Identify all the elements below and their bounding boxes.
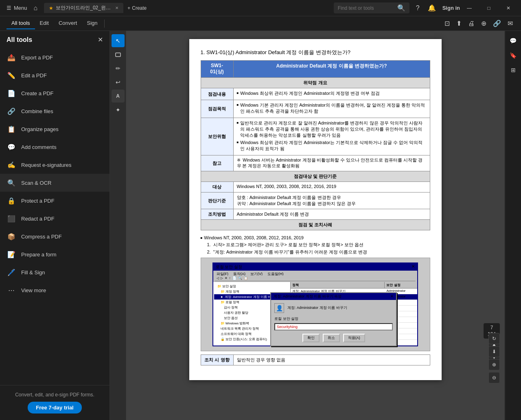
hamburger-icon: ☰ bbox=[7, 5, 11, 11]
menu-button[interactable]: ☰ Menu bbox=[3, 3, 31, 13]
comments-panel-button[interactable]: 💬 bbox=[507, 34, 520, 47]
sidebar-item-label-scan: Scan & OCR bbox=[21, 180, 51, 186]
tree-item-root: 📁 보안 설정 bbox=[214, 284, 290, 289]
close-button[interactable]: ✕ bbox=[499, 0, 518, 16]
sidebar-item-view-more[interactable]: ⋯ View more bbox=[0, 281, 109, 299]
dialog-cancel-button[interactable]: 취소 bbox=[323, 334, 340, 342]
active-tab[interactable]: ★ 보안가이드라인_02_윈도... ✕ bbox=[44, 3, 123, 13]
dialog-field-label: 계정: Administrator 계정 이름 바꾸기 bbox=[287, 305, 347, 311]
table-row-target: 대상 Windows NT, 2000, 2003, 2008, 2012, 2… bbox=[201, 182, 430, 192]
sidebar-item-create-pdf[interactable]: 📄 Create a PDF bbox=[0, 84, 109, 102]
sidebar-header: All tools ✕ bbox=[0, 31, 109, 48]
toolbar-convert[interactable]: Convert bbox=[54, 18, 82, 29]
table-row-check-content: 점검내용 Windows 최상위 관리자 계정인 Administrator의 … bbox=[201, 88, 430, 100]
grid-button[interactable]: ⊞ bbox=[507, 63, 520, 77]
table-row-security-threat: 보안위협 일반적으로 관리자 계정으로 잘 알려진 Administrator를… bbox=[201, 118, 430, 155]
bookmarks-button[interactable]: 🔖 bbox=[507, 49, 520, 62]
table-row-criteria: 판단기준 양호 : Administrator Default 계정 이름을 변… bbox=[201, 192, 430, 209]
download-button[interactable]: ⬇ bbox=[488, 346, 500, 357]
text-tool[interactable]: A bbox=[112, 90, 125, 103]
dialog-buttons: 확인 취소 적용(A) bbox=[274, 334, 393, 342]
toolbar-right: ⊡ ⬆ 🖨 ⊕ 🔗 ✉ bbox=[443, 18, 514, 29]
dialog-title: 계정: Administrator 계정 이름 바꾸기 속성 bbox=[274, 294, 341, 299]
check-content-bullet: Windows 최상위 관리자 계정인 Administrator의 계정명 변… bbox=[237, 90, 427, 96]
toolbar-sign[interactable]: Sign bbox=[82, 18, 102, 29]
window-controls: — □ ✕ bbox=[460, 0, 518, 16]
notification-icon[interactable]: 🔔 bbox=[426, 2, 438, 13]
sidebar-item-label-export: Export a PDF bbox=[21, 55, 53, 61]
zoom-icon[interactable]: ⊕ bbox=[479, 18, 488, 29]
note-value: ※ Windows 서버는 Administrator 계정을 비활성화할 수 … bbox=[233, 155, 430, 171]
sidebar-item-form[interactable]: 📝 Prepare a form bbox=[0, 245, 109, 263]
tab-close-icon[interactable]: ✕ bbox=[115, 6, 118, 10]
checklist-header-row: 점검 및 조치사례 bbox=[201, 220, 430, 230]
stamp-tool[interactable]: ✦ bbox=[112, 103, 125, 116]
pdf-viewer[interactable]: 1. SW1-01(상) Administrator Default 계정 이름… bbox=[126, 31, 504, 420]
rectangle-tool[interactable] bbox=[112, 48, 125, 61]
section3-label: 점검 및 조치사례 bbox=[201, 220, 430, 230]
col-policy: 정책 bbox=[291, 282, 385, 288]
current-page: 7 bbox=[490, 325, 493, 330]
esign-icon: ✍️ bbox=[7, 160, 16, 170]
dialog-input-value: SecurityNing bbox=[274, 323, 393, 330]
trial-button[interactable]: Free 7-day trial bbox=[28, 402, 82, 413]
refresh-button[interactable]: ↻ bbox=[488, 333, 500, 344]
sidebar-item-label-protect: Protect a PDF bbox=[21, 198, 55, 204]
sidebar-item-label-combine: Combine files bbox=[21, 108, 53, 114]
content-table: SW1-01(상) Administrator Default 계정 이름을 변… bbox=[201, 60, 430, 230]
sidebar-item-esign[interactable]: ✍️ Request e-signatures bbox=[0, 156, 109, 174]
zoom-out-button[interactable]: ⊖ bbox=[488, 372, 500, 383]
sidebar-item-compress[interactable]: 📦 Compress a PDF bbox=[0, 228, 109, 245]
maximize-button[interactable]: □ bbox=[479, 0, 498, 16]
print-icon[interactable]: 🖨 bbox=[466, 18, 476, 29]
sidebar-item-edit-pdf[interactable]: ✏️ Edit a PDF bbox=[0, 66, 109, 84]
sidebar: All tools ✕ 📤 Export a PDF ✏️ Edit a PDF… bbox=[0, 31, 110, 420]
select-tool[interactable]: ↖ bbox=[112, 34, 125, 47]
home-button[interactable]: ⌂ bbox=[31, 3, 41, 13]
link-icon[interactable]: 🔗 bbox=[491, 18, 503, 29]
sidebar-item-redact[interactable]: ⬛ Redact a PDF bbox=[0, 210, 109, 228]
sidebar-close-button[interactable]: ✕ bbox=[98, 36, 103, 44]
toolbar-edit[interactable]: Edit bbox=[35, 18, 54, 29]
svg-rect-0 bbox=[116, 53, 120, 57]
new-tab-button[interactable]: + Create bbox=[123, 4, 151, 13]
step-list: 1. 시작> 프로그램> 제어판> 관리 도구> 로컬 보안 정책> 로컬 정책… bbox=[207, 242, 430, 255]
pen-tool[interactable]: ✏ bbox=[112, 62, 125, 75]
dialog-icon: 👤 bbox=[274, 303, 284, 313]
dialog-apply-button[interactable]: 적용(A) bbox=[343, 334, 365, 342]
note-label: 참고 bbox=[201, 155, 233, 171]
screenshot-close: ✕ bbox=[412, 264, 415, 270]
toolbar-all-tools[interactable]: All tools bbox=[7, 18, 35, 29]
dialog-close: ✕ bbox=[390, 294, 394, 298]
search-bar[interactable]: 🔍 bbox=[334, 2, 409, 13]
help-icon[interactable]: ? bbox=[414, 3, 421, 13]
sidebar-item-export-pdf[interactable]: 📤 Export a PDF bbox=[0, 48, 109, 66]
sidebar-item-organize[interactable]: 📋 Organize pages bbox=[0, 120, 109, 138]
sidebar-item-combine[interactable]: 🔗 Combine files bbox=[0, 102, 109, 120]
sidebar-item-scan-ocr[interactable]: 🔍 Scan & OCR bbox=[0, 174, 109, 192]
dialog-ok-button[interactable]: 확인 bbox=[302, 334, 320, 342]
minimize-button[interactable]: — bbox=[460, 0, 479, 16]
search-input[interactable] bbox=[338, 5, 395, 11]
sidebar-item-comments[interactable]: 💬 Add comments bbox=[0, 138, 109, 156]
sidebar-item-label-esign: Request e-signatures bbox=[21, 162, 72, 168]
main-layout: All tools ✕ 📤 Export a PDF ✏️ Edit a PDF… bbox=[0, 31, 521, 420]
sign-in-button[interactable]: Sign in bbox=[442, 5, 460, 11]
mail-icon[interactable]: ✉ bbox=[506, 18, 514, 29]
pdf-page: 1. SW1-01(상) Administrator Default 계정 이름… bbox=[189, 39, 442, 380]
tab-area: ★ 보안가이드라인_02_윈도... ✕ + Create bbox=[44, 3, 331, 13]
step-1: 1. 시작> 프로그램> 제어판> 관리 도구> 로컬 보안 정책> 로컬 정책… bbox=[207, 242, 430, 248]
upload-icon[interactable]: ⬆ bbox=[455, 18, 463, 29]
fit-page-icon[interactable]: ⊡ bbox=[443, 18, 451, 29]
zoom-in-button[interactable]: ⊕ bbox=[488, 359, 500, 370]
sidebar-item-protect[interactable]: 🔒 Protect a PDF bbox=[0, 192, 109, 210]
table-row-action: 조치방법 Administrator Default 계정 이름 변경 bbox=[201, 209, 430, 220]
dialog-box: 계정: Administrator 계정 이름 바꾸기 속성 ✕ 👤 계정: A… bbox=[270, 292, 397, 346]
section2-label: 점검대상 및 판단기준 bbox=[201, 171, 430, 182]
tab-favicon: ★ bbox=[49, 5, 53, 11]
undo-tool[interactable]: ↩ bbox=[112, 76, 125, 89]
create-pdf-icon: 📄 bbox=[7, 88, 16, 98]
top-right-controls: 🔍 ? 🔔 Sign in bbox=[334, 2, 460, 13]
sidebar-item-fill-sign[interactable]: 🖊️ Fill & Sign bbox=[0, 263, 109, 281]
right-panel: 💬 🔖 ⊞ bbox=[505, 31, 521, 420]
